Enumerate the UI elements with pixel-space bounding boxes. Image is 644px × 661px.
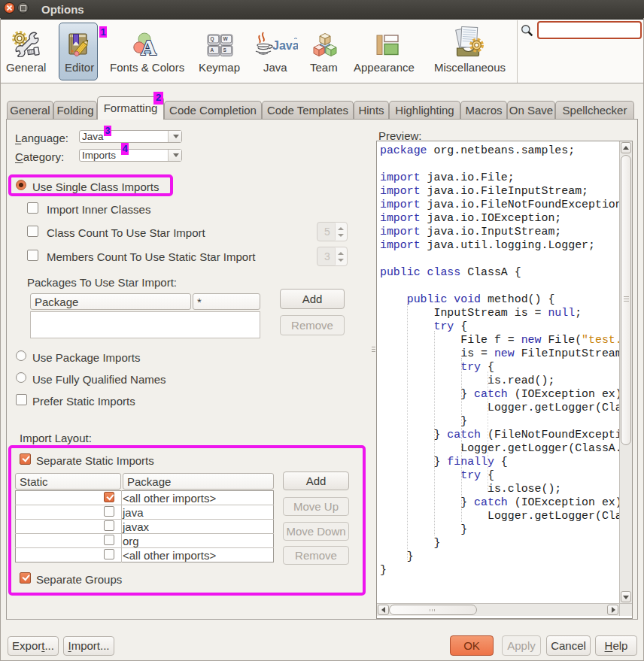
svg-text:A: A xyxy=(141,35,156,59)
svg-text:W: W xyxy=(223,36,229,41)
svg-text:S: S xyxy=(223,47,227,53)
svg-text:A: A xyxy=(211,47,214,53)
svg-text:Q: Q xyxy=(211,36,214,42)
svg-text:Java: Java xyxy=(272,39,298,52)
